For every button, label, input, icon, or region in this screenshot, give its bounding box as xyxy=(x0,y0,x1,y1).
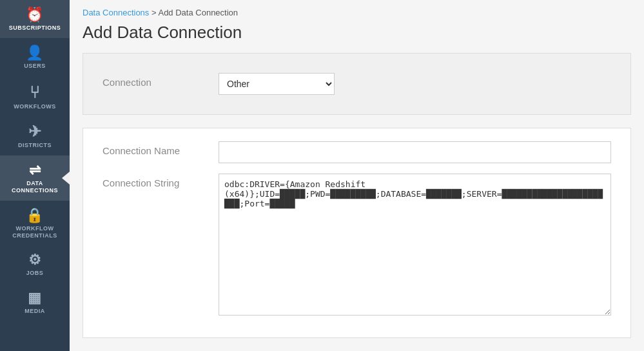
sidebar-item-label: SUBSCRIPTIONS xyxy=(9,25,61,32)
breadcrumb-separator: > xyxy=(151,8,157,17)
workflows-icon: ⑂ xyxy=(30,84,41,101)
sidebar-item-label: WORKFLOWCREDENTIALS xyxy=(12,225,57,239)
connection-type-label: Connection xyxy=(102,73,219,88)
users-icon: 👤 xyxy=(26,46,44,60)
connection-type-row: Connection Other Amazon Redshift MySQL P… xyxy=(83,66,630,101)
workflow-credentials-icon: 🔒 xyxy=(26,208,44,223)
connection-string-row: Connection String odbc:DRIVER={Amazon Re… xyxy=(102,174,611,318)
connection-name-control xyxy=(219,141,611,163)
districts-icon: ✈ xyxy=(28,124,42,139)
form-card: Connection Other Amazon Redshift MySQL P… xyxy=(83,53,631,115)
connection-string-control: odbc:DRIVER={Amazon Redshift (x64)};UID=… xyxy=(219,174,611,318)
breadcrumb-current: Add Data Connection xyxy=(158,8,238,17)
subscriptions-icon: ⏰ xyxy=(26,8,44,22)
sidebar-item-jobs[interactable]: ⚙ JOBS xyxy=(0,245,70,283)
connection-type-control: Other Amazon Redshift MySQL PostgreSQL S… xyxy=(219,73,611,95)
content-area: Connection Name Connection String odbc:D… xyxy=(70,115,644,351)
jobs-icon: ⚙ xyxy=(28,253,42,267)
sidebar-item-data-connections[interactable]: ⇌ DATACONNECTIONS xyxy=(0,155,70,201)
sidebar-item-label: WORKFLOWS xyxy=(14,103,56,110)
page-title: Add Data Connection xyxy=(70,20,644,53)
sidebar-item-label: JOBS xyxy=(26,270,44,277)
breadcrumb-link[interactable]: Data Connections xyxy=(83,8,149,17)
sidebar-item-label: USERS xyxy=(24,63,46,70)
sidebar-item-users[interactable]: 👤 USERS xyxy=(0,38,70,76)
connection-name-input[interactable] xyxy=(219,141,611,163)
sidebar-item-subscriptions[interactable]: ⏰ SUBSCRIPTIONS xyxy=(0,0,70,38)
sidebar-item-workflows[interactable]: ⑂ WORKFLOWS xyxy=(0,76,70,117)
connection-name-label: Connection Name xyxy=(102,141,219,156)
breadcrumb: Data Connections > Add Data Connection xyxy=(70,0,644,20)
sidebar-item-workflow-credentials[interactable]: 🔒 WORKFLOWCREDENTIALS xyxy=(0,201,70,246)
sidebar-item-label: MEDIA xyxy=(24,308,45,315)
media-icon: ▦ xyxy=(28,291,42,305)
connection-name-row: Connection Name xyxy=(102,141,611,174)
sidebar-item-districts[interactable]: ✈ DISTRICTS xyxy=(0,116,70,155)
sidebar-item-label: DATACONNECTIONS xyxy=(12,180,58,194)
sidebar-item-media[interactable]: ▦ MEDIA xyxy=(0,283,70,321)
data-connections-icon: ⇌ xyxy=(29,163,41,177)
details-card: Connection Name Connection String odbc:D… xyxy=(83,128,631,338)
sidebar-item-label: DISTRICTS xyxy=(18,142,52,149)
connection-string-label: Connection String xyxy=(102,174,219,188)
connection-string-input[interactable]: odbc:DRIVER={Amazon Redshift (x64)};UID=… xyxy=(219,174,611,316)
connection-type-select[interactable]: Other Amazon Redshift MySQL PostgreSQL S… xyxy=(219,73,335,95)
main-content: Data Connections > Add Data Connection A… xyxy=(70,0,644,351)
sidebar: ⏰ SUBSCRIPTIONS 👤 USERS ⑂ WORKFLOWS ✈ DI… xyxy=(0,0,70,351)
